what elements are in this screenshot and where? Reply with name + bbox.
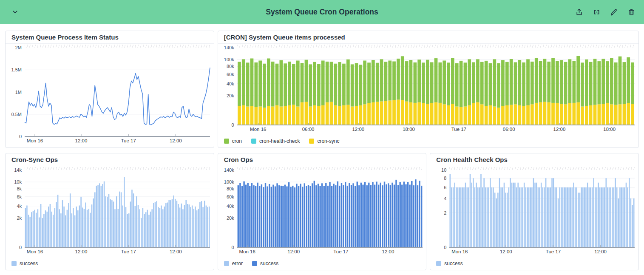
bar [257,183,258,247]
bar [338,106,341,125]
bar [267,106,270,125]
bar [380,102,383,125]
bar [417,102,421,125]
bar [509,105,513,125]
bar [84,209,85,247]
bar [79,206,80,248]
legend-item-success[interactable]: success [436,261,462,266]
bar [345,182,346,247]
bar [65,215,66,247]
bar [626,183,627,247]
legend-label: success [20,261,38,266]
bar [302,187,303,247]
legend-swatch [224,139,229,144]
bar [497,193,499,247]
bar [415,179,416,247]
y-axis-label: 40k [218,81,234,86]
y-axis-label: 6 [430,185,446,190]
bar [101,186,102,247]
bar [393,185,394,248]
bar [560,60,563,104]
bar [304,183,305,247]
bar [237,185,238,247]
bar [604,187,605,247]
bar [45,210,46,247]
bar [468,105,471,125]
bar [255,186,256,247]
bar [312,183,313,247]
bar [102,184,103,247]
bar [533,178,534,247]
y-axis-label: 2k [6,215,22,221]
bar [280,186,281,247]
legend-item-error[interactable]: error [224,261,243,266]
bar [487,187,488,247]
edit-icon[interactable] [610,8,618,16]
bar [386,184,387,247]
bar [346,105,350,125]
bar [71,213,73,247]
bar [284,63,287,106]
bar [434,102,437,125]
bar [77,210,79,247]
bar [176,201,178,247]
bar [135,206,136,247]
bar [136,196,137,247]
bar [363,104,366,125]
legend-item-cron-health-check[interactable]: cron-health-check [251,138,300,144]
bar [624,187,625,247]
legend-item-success[interactable]: success [252,261,278,266]
legend-swatch [309,139,314,144]
bar [362,185,363,248]
partial-bucket-hatch [449,167,635,170]
bar [167,203,168,248]
bar [113,201,114,247]
legend-item-success[interactable]: success [11,261,38,266]
bar [384,101,387,125]
bar [121,192,122,247]
bar [246,107,249,125]
delete-icon[interactable] [627,8,635,16]
bar [193,209,195,247]
bar [209,207,210,247]
bar [397,99,400,125]
bar [74,215,76,247]
bar [241,186,242,247]
bar [36,213,37,247]
bar [43,214,45,247]
bar [259,186,260,247]
bar [522,187,524,247]
bar [597,61,601,104]
x-axis-label: 18:00 [596,127,623,132]
bar [238,62,241,106]
legend-item-cron-sync[interactable]: cron-sync [309,138,339,144]
bar [392,100,396,125]
bar [623,187,624,247]
y-axis-label: 140k [218,45,234,50]
bar [601,59,605,104]
replace-panel-icon[interactable] [593,8,601,16]
bar [271,62,274,107]
dashboard-title: System Queue Cron Operations [0,8,644,17]
bar [409,102,412,125]
bar [168,200,170,247]
bar [382,185,383,247]
bar [329,62,333,102]
bar [413,103,417,125]
chevron-down-icon[interactable] [11,8,19,16]
bar [438,62,442,103]
bar [46,212,48,247]
bar [558,198,559,247]
bar [603,187,604,247]
bar [185,200,187,247]
bar [275,64,278,105]
y-axis-label: 2 [430,210,446,215]
bar [598,183,599,247]
legend-item-cron[interactable]: cron [224,138,242,144]
bar [87,210,88,247]
bar [159,208,161,247]
share-icon[interactable] [575,8,583,16]
bar [130,201,131,247]
bar [286,187,287,248]
bar [317,184,318,247]
